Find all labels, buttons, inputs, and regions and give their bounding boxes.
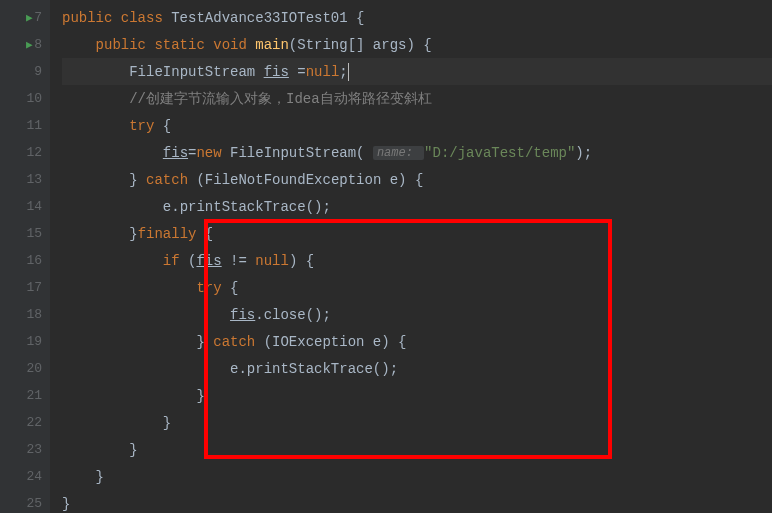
code-token: FileInputStream(	[230, 145, 373, 161]
code-line[interactable]: public static void main(String[] args) {	[62, 31, 772, 58]
code-token: ) {	[289, 253, 314, 269]
code-token: (FileNotFoundException e) {	[196, 172, 423, 188]
run-icon[interactable]: ▶	[26, 38, 33, 51]
code-line[interactable]: } catch (FileNotFoundException e) {	[62, 166, 772, 193]
code-line[interactable]: }finally {	[62, 220, 772, 247]
code-line[interactable]: fis=new FileInputStream( name: "D:/javaT…	[62, 139, 772, 166]
line-number: 20	[0, 355, 50, 382]
code-token: "D:/javaTest/temp"	[424, 145, 575, 161]
code-line[interactable]: if (fis != null) {	[62, 247, 772, 274]
line-number: 7▶	[0, 4, 50, 31]
line-gutter: 7▶8▶910111213141516171819202122232425	[0, 0, 50, 513]
code-line[interactable]: }	[62, 382, 772, 409]
line-number: 21	[0, 382, 50, 409]
code-token: main	[255, 37, 289, 53]
code-line[interactable]: }	[62, 436, 772, 463]
code-line[interactable]: //创建字节流输入对象，Idea自动将路径变斜杠	[62, 85, 772, 112]
code-token: }	[196, 388, 204, 404]
code-area[interactable]: public class TestAdvance33IOTest01 { pub…	[50, 0, 772, 513]
code-token: (IOException e) {	[264, 334, 407, 350]
code-line[interactable]: }	[62, 463, 772, 490]
line-number: 24	[0, 463, 50, 490]
line-number: 8▶	[0, 31, 50, 58]
parameter-hint: name:	[373, 146, 424, 160]
line-number: 25	[0, 490, 50, 513]
line-number: 17	[0, 274, 50, 301]
code-line[interactable]: try {	[62, 274, 772, 301]
code-token: try	[129, 118, 163, 134]
code-token: null	[306, 64, 340, 80]
code-token: null	[255, 253, 289, 269]
code-token: (	[188, 253, 196, 269]
code-token: TestAdvance33IOTest01 {	[171, 10, 364, 26]
code-token: {	[230, 280, 238, 296]
line-number: 14	[0, 193, 50, 220]
code-line[interactable]: fis.close();	[62, 301, 772, 328]
code-token: fis	[163, 145, 188, 161]
code-token: }	[96, 469, 104, 485]
code-line[interactable]: }	[62, 409, 772, 436]
line-number: 19	[0, 328, 50, 355]
code-token: new	[196, 145, 230, 161]
code-token: FileInputStream	[129, 64, 263, 80]
code-token: if	[163, 253, 188, 269]
code-line[interactable]: }	[62, 490, 772, 513]
code-token: finally	[138, 226, 205, 242]
code-token: !=	[222, 253, 256, 269]
code-token: fis	[230, 307, 255, 323]
line-number: 10	[0, 85, 50, 112]
code-token: }	[62, 496, 70, 512]
text-cursor	[348, 63, 349, 81]
code-token: {	[205, 226, 213, 242]
code-line[interactable]: e.printStackTrace();	[62, 193, 772, 220]
code-token: public class	[62, 10, 171, 26]
code-token: .close();	[255, 307, 331, 323]
code-line[interactable]: try {	[62, 112, 772, 139]
line-number: 23	[0, 436, 50, 463]
line-number: 15	[0, 220, 50, 247]
code-token: );	[575, 145, 592, 161]
code-token: catch	[213, 334, 263, 350]
code-token: fis	[196, 253, 221, 269]
line-number: 18	[0, 301, 50, 328]
line-number: 12	[0, 139, 50, 166]
code-token: }	[129, 442, 137, 458]
code-line[interactable]: FileInputStream fis =null;	[62, 58, 772, 85]
code-line[interactable]: public class TestAdvance33IOTest01 {	[62, 4, 772, 31]
code-token: =	[289, 64, 306, 80]
line-number: 16	[0, 247, 50, 274]
code-editor[interactable]: 7▶8▶910111213141516171819202122232425 pu…	[0, 0, 772, 513]
line-number: 9	[0, 58, 50, 85]
line-number: 22	[0, 409, 50, 436]
code-token: (String[] args) {	[289, 37, 432, 53]
code-token: try	[196, 280, 230, 296]
run-icon[interactable]: ▶	[26, 11, 33, 24]
code-token: }	[129, 226, 137, 242]
code-token: ;	[339, 64, 347, 80]
line-number: 11	[0, 112, 50, 139]
code-token: =	[188, 145, 196, 161]
code-token: e.printStackTrace();	[230, 361, 398, 377]
line-number: 13	[0, 166, 50, 193]
code-token: catch	[146, 172, 196, 188]
code-token: e.printStackTrace();	[163, 199, 331, 215]
code-token: }	[196, 334, 213, 350]
code-line[interactable]: } catch (IOException e) {	[62, 328, 772, 355]
code-token: fis	[264, 64, 289, 80]
code-token: }	[129, 172, 146, 188]
code-token: public static void	[96, 37, 256, 53]
code-line[interactable]: e.printStackTrace();	[62, 355, 772, 382]
code-token: }	[163, 415, 171, 431]
code-token: {	[163, 118, 171, 134]
code-token: //创建字节流输入对象，Idea自动将路径变斜杠	[129, 90, 431, 108]
